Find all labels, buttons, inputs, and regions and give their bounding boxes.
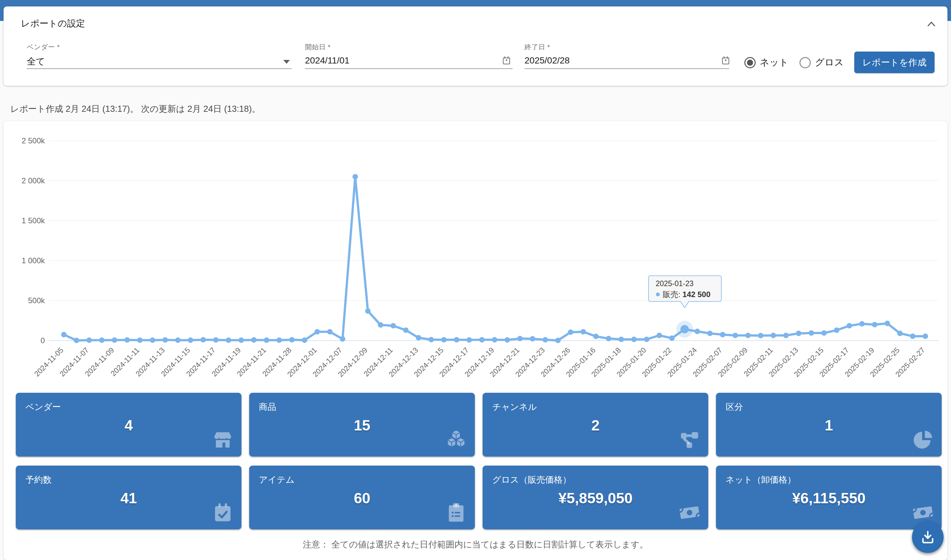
vendor-select[interactable]: 全て	[27, 55, 285, 68]
data-point[interactable]	[277, 337, 282, 343]
data-point[interactable]	[289, 337, 294, 343]
data-point[interactable]	[200, 337, 206, 343]
stat-card-value: 2	[482, 417, 708, 434]
stat-card-label: 予約数	[25, 474, 52, 486]
data-point[interactable]	[517, 336, 523, 341]
data-point[interactable]	[175, 337, 180, 343]
data-point[interactable]	[859, 321, 865, 326]
create-report-button[interactable]: レポートを作成	[854, 52, 934, 73]
data-point[interactable]	[504, 337, 510, 343]
data-point[interactable]	[834, 328, 840, 333]
data-point[interactable]	[732, 332, 738, 338]
data-point[interactable]	[340, 336, 345, 342]
data-point[interactable]	[251, 337, 257, 343]
stat-card-value: 4	[16, 417, 242, 434]
data-point[interactable]	[555, 338, 561, 343]
data-point[interactable]	[441, 337, 447, 343]
data-point[interactable]	[631, 337, 637, 342]
data-point[interactable]	[365, 308, 371, 314]
report-dashboard: レポートの設定 ベンダー * 全て 開始日 * 2024/11/01 終了日 *…	[0, 0, 951, 560]
data-point[interactable]	[872, 322, 877, 328]
download-report-button[interactable]	[912, 522, 943, 553]
stat-card-label: グロス（販売価格）	[492, 474, 571, 486]
end-date-input[interactable]: 2025/02/28	[524, 55, 570, 66]
stat-card-label: チャンネル	[492, 401, 537, 413]
data-point[interactable]	[796, 331, 801, 336]
start-date-input[interactable]: 2024/11/01	[305, 55, 350, 66]
data-point[interactable]	[492, 337, 498, 343]
data-point[interactable]	[302, 337, 307, 343]
radio-net-label[interactable]: ネット	[760, 56, 789, 69]
data-point[interactable]	[619, 337, 624, 342]
data-point[interactable]	[543, 337, 548, 343]
data-point[interactable]	[112, 337, 117, 343]
sales-chart-container: 0500k1 000k1 500k2 000k2 500k2024-11-052…	[3, 121, 948, 392]
start-date-label: 開始日 *	[305, 43, 331, 52]
data-point[interactable]	[479, 337, 484, 343]
data-point[interactable]	[428, 337, 434, 343]
data-point[interactable]	[783, 332, 789, 338]
data-point[interactable]	[403, 328, 409, 333]
y-axis-label: 1 500k	[22, 216, 45, 225]
data-point[interactable]	[910, 334, 916, 339]
collapse-panel-button[interactable]	[925, 18, 938, 31]
data-point[interactable]	[226, 337, 231, 343]
data-point[interactable]	[745, 332, 751, 338]
data-point[interactable]	[846, 323, 852, 329]
pie-chart-icon	[912, 429, 933, 450]
data-point[interactable]	[897, 331, 903, 336]
data-point[interactable]	[314, 329, 320, 334]
y-axis-label: 2 500k	[22, 136, 45, 145]
data-point[interactable]	[137, 337, 142, 343]
radio-net[interactable]	[744, 57, 756, 68]
data-point[interactable]	[568, 329, 573, 335]
data-point[interactable]	[923, 334, 928, 339]
money-bill-icon	[679, 502, 700, 523]
data-point[interactable]	[86, 337, 92, 343]
data-point[interactable]	[644, 337, 649, 342]
data-point[interactable]	[162, 337, 168, 343]
radio-gross[interactable]	[800, 57, 811, 68]
data-point[interactable]	[125, 337, 130, 343]
y-axis-label: 0	[41, 336, 45, 345]
data-point[interactable]	[530, 336, 535, 342]
data-point[interactable]	[467, 337, 472, 343]
data-point[interactable]	[695, 329, 700, 334]
data-point[interactable]	[188, 337, 193, 343]
data-point[interactable]	[61, 332, 67, 337]
data-point[interactable]	[99, 337, 105, 343]
data-point[interactable]	[771, 332, 776, 338]
data-point[interactable]	[150, 337, 156, 343]
data-point[interactable]	[416, 335, 421, 341]
data-point[interactable]	[657, 332, 662, 338]
data-point[interactable]	[378, 322, 383, 328]
stat-card-value: ¥6,115,550	[716, 489, 942, 507]
active-data-point[interactable]	[681, 325, 689, 334]
data-point[interactable]	[720, 332, 725, 337]
data-point[interactable]	[454, 337, 459, 343]
data-point[interactable]	[213, 337, 219, 343]
data-point[interactable]	[707, 331, 713, 336]
end-date-underline	[524, 68, 729, 69]
data-point[interactable]	[327, 329, 333, 334]
data-point[interactable]	[352, 174, 358, 180]
data-point[interactable]	[390, 323, 396, 329]
radio-gross-label[interactable]: グロス	[815, 56, 844, 69]
data-point[interactable]	[758, 333, 763, 338]
stats-grid: ベンダー4商品15チャンネル2区分1予約数41アイテム60グロス（販売価格）¥5…	[16, 393, 942, 529]
data-point[interactable]	[581, 329, 586, 334]
report-settings-panel: レポートの設定 ベンダー * 全て 開始日 * 2024/11/01 終了日 *…	[3, 6, 948, 86]
data-point[interactable]	[885, 321, 890, 326]
data-point[interactable]	[74, 338, 79, 343]
calendar-icon[interactable]	[720, 55, 731, 66]
data-point[interactable]	[822, 330, 827, 336]
data-point[interactable]	[669, 335, 675, 341]
stat-card-vendors: ベンダー4	[16, 393, 242, 457]
stat-card-items: アイテム60	[249, 466, 475, 529]
data-point[interactable]	[606, 336, 611, 341]
data-point[interactable]	[593, 334, 599, 339]
data-point[interactable]	[239, 337, 244, 343]
data-point[interactable]	[809, 330, 814, 336]
calendar-icon[interactable]	[501, 55, 512, 66]
data-point[interactable]	[264, 337, 269, 343]
